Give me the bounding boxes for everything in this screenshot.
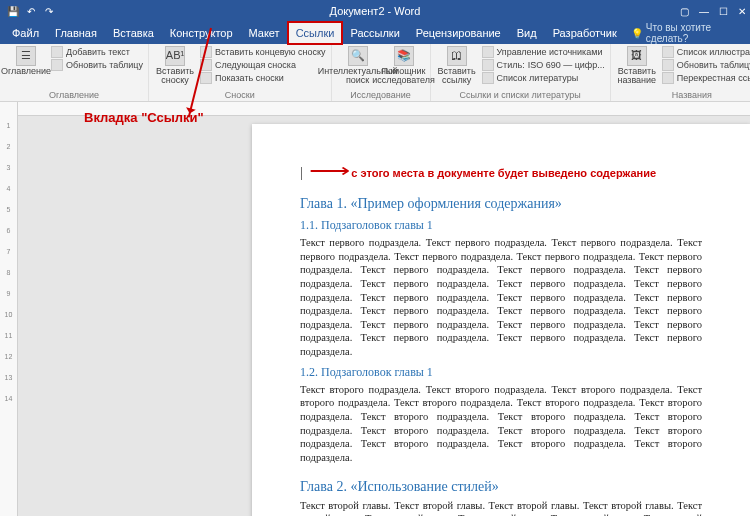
table-of-figures-button[interactable]: Список иллюстраций	[662, 46, 750, 58]
insert-citation-button[interactable]: 🕮 Вставить ссылку	[436, 46, 478, 86]
ribbon: ☰ Оглавление Добавить текст Обновить таб…	[0, 44, 750, 102]
insert-footnote-button[interactable]: AB¹ Вставить сноску	[154, 46, 196, 86]
paragraph-1-2: Текст второго подраздела. Текст второго …	[300, 383, 702, 465]
group-toc-label: Оглавление	[5, 89, 143, 100]
redo-icon[interactable]: ↷	[42, 4, 56, 18]
update-toc-button[interactable]: Обновить таблицу	[51, 59, 143, 71]
annotation-toc-note: с этого места в документе будет выведено…	[351, 167, 656, 179]
researcher-button[interactable]: 📚 Помощник исследователя	[383, 46, 425, 86]
workspace: 1 2 3 4 5 6 7 8 9 10 11 12 13 14 | ⟶ с э…	[0, 102, 750, 516]
group-citations-label: Ссылки и списки литературы	[436, 89, 605, 100]
annotation-arrow-icon: ⟶	[309, 160, 351, 182]
update-figures-button[interactable]: Обновить таблицу	[662, 59, 750, 71]
tab-view[interactable]: Вид	[509, 22, 545, 44]
group-captions: 🖼 Вставить название Список иллюстраций О…	[611, 44, 750, 101]
heading-2-1-1: 1.1. Подзаголовок главы 1	[300, 218, 702, 233]
cursor-and-note-row: | ⟶ с этого места в документе будет выве…	[300, 160, 702, 182]
bibliography-icon	[482, 72, 494, 84]
update-icon	[51, 59, 63, 71]
annotation-tab-callout: Вкладка "Ссылки"	[84, 110, 204, 125]
manage-sources-button[interactable]: Управление источниками	[482, 46, 605, 58]
group-toc: ☰ Оглавление Добавить текст Обновить таб…	[0, 44, 149, 101]
heading-1-ch2: Глава 2. «Использование стилей»	[300, 479, 702, 495]
tell-me-placeholder: Что вы хотите сделать?	[646, 22, 750, 44]
footnote-icon: AB¹	[165, 46, 185, 66]
cross-reference-button[interactable]: Перекрестная ссылка	[662, 72, 750, 84]
heading-2-1-2: 1.2. Подзаголовок главы 1	[300, 365, 702, 380]
ribbon-options-icon[interactable]: ▢	[680, 6, 689, 17]
smart-lookup-icon: 🔍	[348, 46, 368, 66]
heading-1-ch1: Глава 1. «Пример оформления содержания»	[300, 196, 702, 212]
add-text-icon	[51, 46, 63, 58]
group-captions-label: Названия	[616, 89, 750, 100]
show-notes-icon	[200, 72, 212, 84]
tab-design[interactable]: Конструктор	[162, 22, 241, 44]
text-cursor-icon: |	[300, 165, 303, 180]
group-footnotes: AB¹ Вставить сноску Вставить концевую сн…	[149, 44, 332, 101]
page-column: | ⟶ с этого места в документе будет выве…	[252, 102, 750, 516]
toc-icon: ☰	[16, 46, 36, 66]
bulb-icon: 💡	[631, 28, 643, 39]
tab-insert[interactable]: Вставка	[105, 22, 162, 44]
save-icon[interactable]: 💾	[6, 4, 20, 18]
update-figures-icon	[662, 59, 674, 71]
close-icon[interactable]: ✕	[738, 6, 746, 17]
maximize-icon[interactable]: ☐	[719, 6, 728, 17]
tab-home[interactable]: Главная	[47, 22, 105, 44]
quick-access-toolbar: 💾 ↶ ↷	[6, 4, 56, 18]
tab-mailings[interactable]: Рассылки	[342, 22, 407, 44]
tab-file[interactable]: Файл	[4, 22, 47, 44]
manage-sources-icon	[482, 46, 494, 58]
tell-me-search[interactable]: 💡 Что вы хотите сделать?	[631, 22, 750, 44]
undo-icon[interactable]: ↶	[24, 4, 38, 18]
add-text-button[interactable]: Добавить текст	[51, 46, 143, 58]
group-research-label: Исследование	[337, 89, 425, 100]
window-controls: ▢ — ☐ ✕	[680, 6, 746, 17]
bibliography-button[interactable]: Список литературы	[482, 72, 605, 84]
paragraph-1-1: Текст первого подраздела. Текст первого …	[300, 236, 702, 359]
toc-button[interactable]: ☰ Оглавление	[5, 46, 47, 76]
tab-developer[interactable]: Разработчик	[545, 22, 625, 44]
ribbon-tabs: Файл Главная Вставка Конструктор Макет С…	[0, 22, 750, 44]
tab-references[interactable]: Ссылки	[288, 22, 343, 44]
figures-list-icon	[662, 46, 674, 58]
next-footnote-button[interactable]: Следующая сноска	[200, 59, 326, 71]
title-bar: 💾 ↶ ↷ Документ2 - Word ▢ — ☐ ✕	[0, 0, 750, 22]
style-icon	[482, 59, 494, 71]
group-footnotes-label: Сноски	[154, 89, 326, 100]
citation-icon: 🕮	[447, 46, 467, 66]
insert-endnote-button[interactable]: Вставить концевую сноску	[200, 46, 326, 58]
cross-ref-icon	[662, 72, 674, 84]
insert-caption-button[interactable]: 🖼 Вставить название	[616, 46, 658, 86]
researcher-icon: 📚	[394, 46, 414, 66]
left-gutter	[18, 102, 252, 516]
window-title: Документ2 - Word	[330, 5, 421, 17]
group-citations: 🕮 Вставить ссылку Управление источниками…	[431, 44, 611, 101]
document-page[interactable]: | ⟶ с этого места в документе будет выве…	[252, 124, 750, 516]
paragraph-2: Текст второй главы. Текст второй главы. …	[300, 499, 702, 516]
citation-style-dropdown[interactable]: Стиль: ISO 690 — цифр...	[482, 59, 605, 71]
group-research: 🔍 Интеллектуальный поиск 📚 Помощник иссл…	[332, 44, 431, 101]
caption-icon: 🖼	[627, 46, 647, 66]
minimize-icon[interactable]: —	[699, 6, 709, 17]
tab-review[interactable]: Рецензирование	[408, 22, 509, 44]
tab-layout[interactable]: Макет	[241, 22, 288, 44]
ruler-vertical[interactable]: 1 2 3 4 5 6 7 8 9 10 11 12 13 14	[0, 102, 18, 516]
show-notes-button[interactable]: Показать сноски	[200, 72, 326, 84]
